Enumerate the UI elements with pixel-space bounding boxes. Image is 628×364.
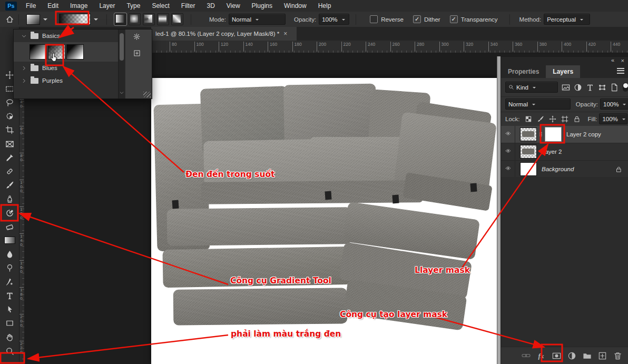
close-panel-icon[interactable]: × xyxy=(621,57,624,64)
tool-brush[interactable] xyxy=(0,179,19,192)
tool-shape[interactable] xyxy=(0,317,19,330)
lock-position-icon[interactable] xyxy=(549,115,556,123)
shape-layer-filter-icon[interactable] xyxy=(598,83,606,92)
layer-effects-icon[interactable]: fx xyxy=(535,350,547,362)
tool-history-brush[interactable] xyxy=(0,206,19,220)
blend-mode-select[interactable]: Normal xyxy=(505,99,571,110)
menu-window[interactable]: Window xyxy=(278,2,312,9)
layer-visibility-toggle[interactable] xyxy=(501,161,515,178)
linear-gradient-icon[interactable] xyxy=(114,13,126,25)
tool-eraser[interactable] xyxy=(0,220,19,233)
layer-row-background[interactable]: Background xyxy=(501,161,628,178)
tool-path-select[interactable] xyxy=(0,302,19,316)
lock-transparency-icon[interactable] xyxy=(525,115,532,123)
scroll-down-icon[interactable] xyxy=(119,90,124,97)
tab-layers[interactable]: Layers xyxy=(546,65,580,78)
layer-visibility-toggle[interactable] xyxy=(501,143,515,160)
layer-row-layer-2[interactable]: Layer 2 xyxy=(501,143,628,161)
delete-layer-icon[interactable] xyxy=(612,350,623,362)
layer-name[interactable]: Layer 2 xyxy=(542,149,562,155)
tool-type[interactable] xyxy=(0,289,19,302)
new-adjustment-layer-icon[interactable] xyxy=(566,350,577,362)
tool-crop[interactable] xyxy=(0,123,19,137)
collapse-panels-icon[interactable]: « xyxy=(611,57,614,63)
filter-kind-select[interactable]: Kind xyxy=(505,82,558,93)
layer-row-layer-2-copy[interactable]: Layer 2 copy xyxy=(501,126,628,143)
dither-checkbox[interactable]: ✓ xyxy=(413,15,421,23)
menu-image[interactable]: Image xyxy=(64,2,93,9)
chevron-down-icon[interactable] xyxy=(94,18,98,23)
menu-edit[interactable]: Edit xyxy=(42,2,64,9)
tool-gradient-active[interactable] xyxy=(0,233,19,247)
tool-eyedropper[interactable] xyxy=(0,151,19,164)
layer-name[interactable]: Layer 2 copy xyxy=(566,131,601,137)
tool-dodge[interactable] xyxy=(0,261,19,275)
radial-gradient-icon[interactable] xyxy=(129,13,141,25)
add-layer-mask-icon[interactable] xyxy=(551,350,562,362)
menu-file[interactable]: File xyxy=(20,2,42,9)
menu-filter[interactable]: Filter xyxy=(175,2,201,9)
chevron-down-icon[interactable] xyxy=(43,18,47,23)
photoshop-logo[interactable]: Ps xyxy=(5,2,17,11)
new-layer-icon[interactable] xyxy=(596,350,608,362)
layer-visibility-toggle[interactable] xyxy=(501,126,515,143)
layer-thumbnail[interactable] xyxy=(520,162,537,176)
lock-artboard-icon[interactable] xyxy=(561,115,568,123)
tab-properties[interactable]: Properties xyxy=(501,65,546,78)
angle-gradient-icon[interactable] xyxy=(143,13,155,25)
filter-toggle[interactable] xyxy=(623,83,628,92)
gradient-folder-basics[interactable]: Basics xyxy=(14,29,118,42)
layer-thumbnail[interactable] xyxy=(520,127,537,141)
document-tab[interactable]: led-1 @ 80.1% (Layer 2 copy, Layer Mask/… xyxy=(151,27,297,41)
tool-frame[interactable] xyxy=(0,137,19,151)
black-to-white-gradient[interactable] xyxy=(30,44,47,60)
layer-thumbnail[interactable] xyxy=(520,145,537,159)
menu-select[interactable]: Select xyxy=(146,2,175,9)
reverse-checkbox[interactable] xyxy=(370,15,378,23)
type-layer-filter-icon[interactable] xyxy=(586,83,594,92)
layer-mask-thumbnail[interactable] xyxy=(545,127,562,142)
mode-select[interactable]: Normal xyxy=(229,14,286,25)
adjustment-layer-filter-icon[interactable] xyxy=(574,83,582,92)
black-to-white-gradient[interactable] xyxy=(66,44,84,60)
tool-clone-stamp[interactable] xyxy=(0,192,19,206)
tool-healing[interactable] xyxy=(0,164,19,178)
new-gradient-icon[interactable] xyxy=(133,50,141,58)
gear-icon[interactable] xyxy=(133,33,141,42)
home-icon[interactable] xyxy=(5,15,14,24)
smart-object-filter-icon[interactable] xyxy=(610,83,619,92)
menu-layer[interactable]: Layer xyxy=(93,2,121,9)
layers-opacity-select[interactable]: 100% xyxy=(600,99,628,110)
layer-name[interactable]: Background xyxy=(542,166,574,172)
document-canvas[interactable] xyxy=(151,78,497,364)
link-layers-icon[interactable] xyxy=(520,350,532,362)
menu-3d[interactable]: 3D xyxy=(201,2,220,9)
opacity-select[interactable]: 100% xyxy=(319,14,349,25)
scrollbar-thumb[interactable] xyxy=(120,33,124,61)
menu-view[interactable]: View xyxy=(221,2,246,9)
tool-preset-icon[interactable] xyxy=(26,14,40,25)
tool-hand[interactable] xyxy=(0,330,19,344)
gradient-folder-blues[interactable]: Blues xyxy=(14,62,118,74)
gradient-folder-purples[interactable]: Purples xyxy=(14,74,118,87)
lock-paint-icon[interactable] xyxy=(537,115,544,123)
new-group-icon[interactable] xyxy=(581,350,593,362)
tool-zoom[interactable] xyxy=(0,344,19,358)
transparency-checkbox[interactable]: ✓ xyxy=(450,15,458,23)
pixel-layer-filter-icon[interactable] xyxy=(562,83,570,92)
tool-blur[interactable] xyxy=(0,248,19,261)
diamond-gradient-icon[interactable] xyxy=(171,13,183,25)
tool-ellipsis[interactable] xyxy=(0,358,19,364)
menu-plugins[interactable]: Plugins xyxy=(246,2,278,9)
picker-scrollbar[interactable] xyxy=(118,29,125,99)
reflected-gradient-icon[interactable] xyxy=(157,13,169,25)
fill-select[interactable]: 100% xyxy=(599,113,627,124)
panel-resize-grip[interactable] xyxy=(143,92,151,97)
lock-all-icon[interactable] xyxy=(573,115,581,123)
tool-pen[interactable] xyxy=(0,275,19,289)
method-select[interactable]: Perceptual xyxy=(544,14,590,25)
tool-object-selection[interactable] xyxy=(0,110,19,123)
menu-help[interactable]: Help xyxy=(312,2,337,9)
menu-type[interactable]: Type xyxy=(121,2,146,9)
gradient-preview[interactable] xyxy=(59,14,91,25)
